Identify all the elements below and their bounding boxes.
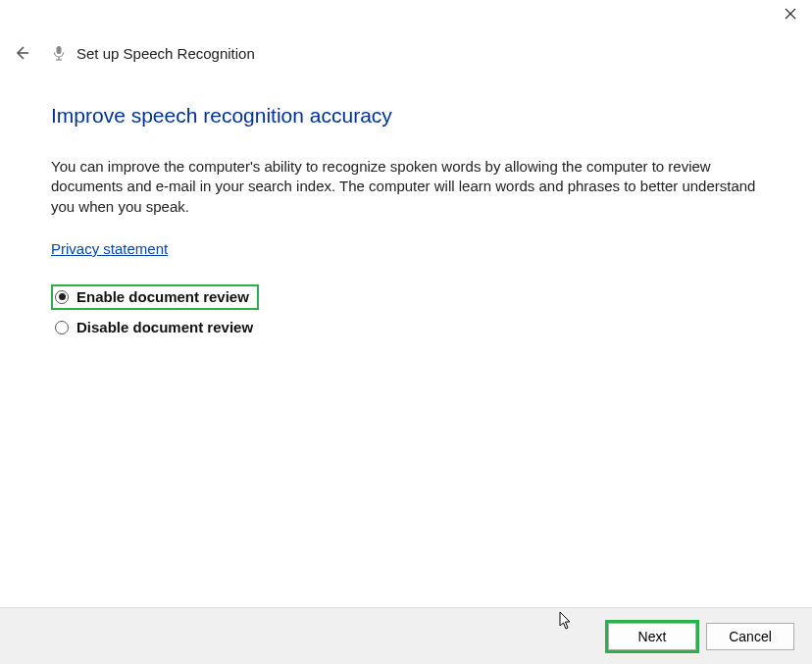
header-row: Set up Speech Recognition — [0, 37, 812, 69]
enable-document-review-option[interactable]: Enable document review — [51, 284, 259, 310]
content-area: Improve speech recognition accuracy You … — [0, 69, 812, 607]
radio-icon[interactable] — [55, 290, 69, 304]
footer-bar: Next Cancel — [0, 607, 812, 664]
svg-rect-3 — [57, 46, 62, 54]
close-icon — [785, 8, 796, 20]
page-description: You can improve the computer's ability t… — [51, 157, 761, 217]
privacy-statement-link[interactable]: Privacy statement — [51, 240, 168, 257]
back-button[interactable] — [12, 43, 31, 63]
document-review-radio-group: Enable document review Disable document … — [51, 284, 761, 340]
titlebar — [0, 0, 812, 27]
radio-icon[interactable] — [55, 321, 69, 334]
microphone-icon — [51, 45, 67, 61]
wizard-title: Set up Speech Recognition — [76, 45, 255, 62]
page-title: Improve speech recognition accuracy — [51, 104, 761, 128]
back-arrow-icon — [14, 45, 29, 61]
disable-document-review-option[interactable]: Disable document review — [51, 315, 761, 340]
radio-label: Enable document review — [76, 288, 249, 305]
cancel-button[interactable]: Cancel — [706, 623, 794, 650]
wizard-window: Set up Speech Recognition Improve speech… — [0, 0, 812, 664]
next-button[interactable]: Next — [608, 623, 696, 650]
close-button[interactable] — [783, 6, 798, 22]
radio-label: Disable document review — [76, 319, 253, 335]
